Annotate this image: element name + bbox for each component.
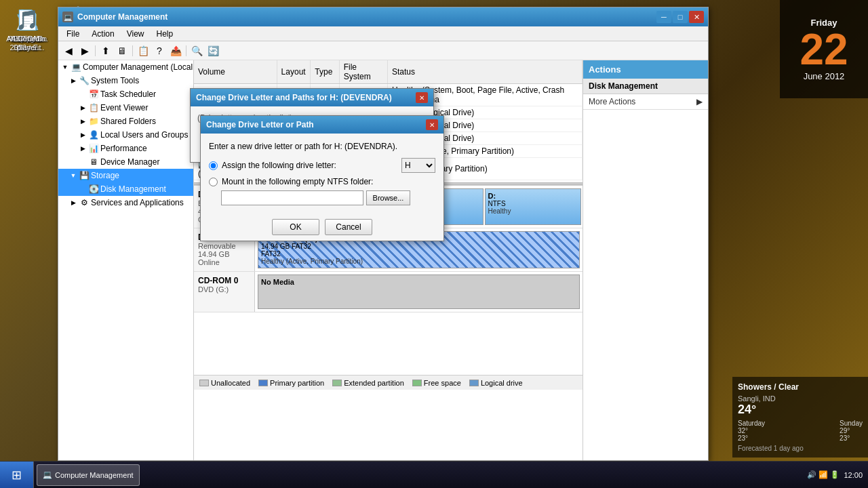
tree-expand-storage[interactable]: ▼ — [69, 171, 77, 180]
weather-widget: Showers / Clear Sangli, IND 24° Saturday… — [732, 377, 868, 458]
tree-performance[interactable]: ▶ 📊 Performance — [58, 142, 193, 155]
start-icon: ⊞ — [12, 468, 22, 483]
legend-label: Free space — [424, 379, 461, 387]
tree-icon-shared-folders: 📁 — [88, 116, 99, 127]
dialog-inner-close[interactable]: ✕ — [426, 119, 438, 130]
menu-help[interactable]: Help — [151, 28, 179, 40]
browse-button[interactable]: Browse... — [366, 190, 410, 205]
tree-icon-system-tools: 🔧 — [79, 75, 90, 86]
more-actions-item[interactable]: More Actions ▶ — [583, 94, 708, 109]
toolbar-separator-3 — [186, 45, 186, 56]
partition[interactable]: No Media — [258, 274, 580, 309]
help-button[interactable]: ? — [152, 43, 167, 58]
taskbar-tray: 🔊 📶 🔋 12:00 — [802, 470, 868, 479]
tree-icon-task-scheduler: 📅 — [88, 89, 99, 100]
tree-expand-task-scheduler[interactable] — [79, 90, 87, 98]
maximize-button[interactable]: □ — [673, 11, 688, 23]
tree-expand-performance[interactable]: ▶ — [79, 144, 87, 152]
vlc-icon[interactable]: 🎵 VLC media player — [3, 3, 51, 55]
close-button[interactable]: ✕ — [689, 11, 704, 23]
drive-letter-select[interactable]: H — [401, 158, 435, 173]
dialog-inner: Change Drive Letter or Path ✕ Enter a ne… — [200, 115, 444, 241]
legend-color — [332, 380, 342, 386]
tree-icon-root: 💻 — [71, 62, 81, 73]
tree-event-viewer[interactable]: ▶ 📋 Event Viewer — [58, 101, 193, 115]
tree-expand-services[interactable]: ▶ — [69, 199, 77, 207]
back-button[interactable]: ◀ — [61, 43, 76, 58]
tree-label-services: Services and Applications — [91, 198, 184, 207]
window-controls: ─ □ ✕ — [656, 11, 704, 23]
tree-icon-device-manager: 🖥 — [88, 157, 99, 167]
partition[interactable]: D: NTFS Healthy — [485, 188, 582, 225]
tree-expand-root[interactable]: ▼ — [61, 63, 69, 71]
dialog-outer-titlebar: Change Drive Letter and Paths for H: (DE… — [191, 89, 433, 106]
taskbar-items: 💻 Computer Management — [34, 462, 802, 488]
ntfs-path-input[interactable] — [221, 190, 363, 205]
tree-device-manager[interactable]: 🖥 Device Manager — [58, 155, 193, 169]
tree-label-disk-management: Disk Management — [100, 184, 166, 194]
export-button[interactable]: 📤 — [168, 43, 183, 58]
tree-icon-services: ⚙ — [79, 197, 90, 208]
tree-storage[interactable]: ▼ 💾 Storage — [58, 169, 193, 182]
up-button[interactable]: ⬆ — [98, 43, 113, 58]
taskbar: ⊞ 💻 Computer Management 🔊 📶 🔋 12:00 — [0, 461, 868, 488]
tree-expand-system-tools[interactable]: ▶ — [69, 77, 77, 85]
more-actions-arrow: ▶ — [696, 97, 703, 106]
radio-mount-ntfs[interactable] — [209, 178, 218, 186]
tree-label-performance: Performance — [100, 144, 147, 153]
window-titlebar: 💻 Computer Management ─ □ ✕ — [58, 7, 708, 26]
radio-assign-letter[interactable] — [209, 161, 218, 170]
tree-label-event-viewer: Event Viewer — [100, 103, 148, 113]
weather-day-2: Sunday 29° 23° — [840, 420, 863, 442]
dialog-outer-close[interactable]: ✕ — [416, 92, 428, 103]
actions-header: Actions — [583, 60, 708, 79]
tree-expand-device-manager[interactable] — [79, 158, 87, 166]
legend-item: Free space — [412, 379, 461, 387]
disk-partitions: No Media — [255, 272, 583, 312]
minimize-button[interactable]: ─ — [656, 11, 671, 23]
legend-color — [258, 380, 268, 386]
dialog-inner-ok[interactable]: OK — [272, 219, 319, 235]
forward-button[interactable]: ▶ — [77, 43, 92, 58]
dialog-inner-body: Enter a new drive letter or path for H: … — [201, 134, 443, 214]
tree-task-scheduler[interactable]: 📅 Task Scheduler — [58, 87, 193, 101]
legend-item: Extended partition — [332, 379, 404, 387]
menu-file[interactable]: File — [61, 28, 85, 40]
show-hide-button[interactable]: 🖥 — [115, 43, 130, 58]
col-status[interactable]: Status — [387, 60, 582, 84]
tree-services[interactable]: ▶ ⚙ Services and Applications — [58, 196, 193, 209]
legend-item: Unallocated — [199, 379, 250, 387]
dialog-description: Enter a new drive letter or path for H: … — [209, 142, 435, 151]
properties-button[interactable]: 📋 — [136, 43, 151, 58]
refresh-button[interactable]: 🔄 — [205, 43, 220, 58]
tree-expand-local-users[interactable]: ▶ — [79, 131, 87, 139]
taskbar-cm-label: Computer Management — [55, 471, 134, 479]
legend-color — [469, 380, 479, 386]
dialog-inner-cancel[interactable]: Cancel — [325, 219, 372, 235]
clock-month-year: June 2012 — [804, 71, 845, 81]
left-tree-panel: ▼ 💻 Computer Management (Local ▶ 🔧 Syste… — [58, 60, 194, 460]
tree-expand-disk-management[interactable] — [79, 185, 87, 193]
start-button[interactable]: ⊞ — [0, 462, 34, 489]
legend-color — [412, 380, 422, 386]
disk-label: CD-ROM 0 DVD (G:) — [194, 272, 255, 312]
col-type[interactable]: Type — [311, 60, 339, 84]
weather-day-1: Saturday 32° 23° — [738, 420, 765, 442]
tree-local-users[interactable]: ▶ 👤 Local Users and Groups — [58, 128, 193, 142]
menu-action[interactable]: Action — [86, 28, 119, 40]
clock-date: 22 — [800, 28, 848, 71]
view-button[interactable]: 🔍 — [189, 43, 204, 58]
menu-view[interactable]: View — [121, 28, 150, 40]
col-layout[interactable]: Layout — [277, 60, 311, 84]
taskbar-cm-item[interactable]: 💻 Computer Management — [37, 464, 140, 486]
legend-color — [199, 380, 209, 386]
tree-expand-shared-folders[interactable]: ▶ — [79, 117, 87, 125]
tree-shared-folders[interactable]: ▶ 📁 Shared Folders — [58, 115, 193, 128]
col-filesystem[interactable]: File System — [339, 60, 387, 84]
tree-system-tools[interactable]: ▶ 🔧 System Tools — [58, 74, 193, 87]
tree-expand-event-viewer[interactable]: ▶ — [79, 104, 87, 112]
tree-root[interactable]: ▼ 💻 Computer Management (Local — [58, 60, 193, 74]
tree-disk-management[interactable]: 💽 Disk Management — [58, 182, 193, 196]
weather-temp: 24° — [738, 403, 863, 417]
col-volume[interactable]: Volume — [194, 60, 277, 84]
